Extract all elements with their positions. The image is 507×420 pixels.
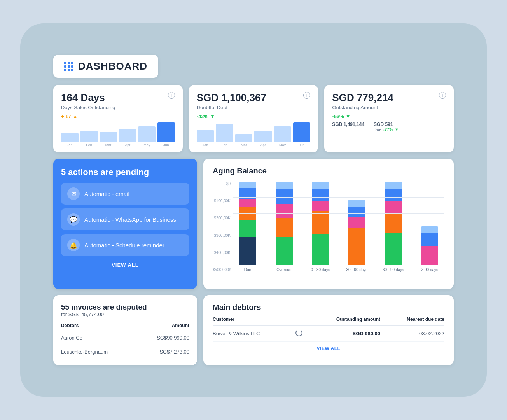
actions-view-all-button[interactable]: VIEW ALL [61,260,189,270]
y-label: $300,00K [213,233,233,238]
bar-segment-5 [421,226,438,233]
bar-segment-3 [421,246,438,265]
mini-label-Apr: Apr [119,143,136,147]
doubtful-debt-card: SGD 1,100,367 Doubtful Debt i -42% ▼ Jan… [189,85,318,152]
bar-segment-4 [421,233,438,246]
top-metrics-row: 164 Days Days Sales Outstanding i + 17 ▲… [53,85,454,152]
bottom-row: 55 invoices are disputed for SG$145,774.… [53,295,454,365]
disputed-table: Debtors Amount Aaron CoSG$90,999.00Leusc… [61,323,189,359]
debtors-col-due: Nearest due date [380,317,444,326]
aging-bar-group-0: Due [233,182,262,272]
actions-card: 5 actions are pending ✉ Automatic - emai… [53,159,197,289]
bar-x-label-0: Due [244,268,251,272]
bar-segment-3 [385,201,402,213]
bar-segment-1 [312,234,329,265]
bar-segment-4 [276,189,293,204]
mini-bar-May [138,126,156,142]
bar-segment-2 [385,213,402,233]
doubtful-debt-x-labels: JanFebMarAprMayJun [197,143,311,147]
aging-balance-card: Aging Balance $500,000K$400,00K$300,00K$… [203,159,454,289]
action-whatsapp-label: Automatic - WhatsApp for Business [84,216,176,223]
stacked-bar-4 [385,182,402,265]
main-debtors-card: Main debtors Customer Oustanding amount … [203,295,454,365]
bar-x-label-5: > 90 days [421,268,438,272]
bar-segment-3 [276,204,293,217]
bar-x-label-3: 30 - 60 days [346,268,367,272]
days-sales-label: Days Sales Outstanding [61,105,115,110]
outstanding-badge: -77% [383,127,393,132]
mini-bar-Jan [61,133,79,142]
bar-segment-4 [385,189,402,201]
days-sales-trend: + 17 ▲ [61,114,175,119]
mini-label-Mar: Mar [100,143,117,147]
disputed-col-amount: Amount [136,323,189,331]
mini-label-Jan: Jan [197,143,214,147]
days-sales-metric: 164 Days [61,92,115,104]
bar-segment-5 [312,182,329,189]
disputed-subtitle: for SG$145,774.00 [61,312,189,317]
disputed-title: 55 invoices are disputed [61,303,189,312]
aging-title: Aging Balance [213,166,444,175]
y-label: $500,000K [213,268,233,272]
action-reminder-label: Automatic - Schedule reminder [84,242,164,248]
mini-label-May: May [138,143,156,147]
bar-segment-4 [348,206,365,217]
bar-segment-0 [239,237,256,265]
debtors-col-customer: Customer [213,317,293,326]
outstanding-info-icon[interactable]: i [439,92,446,99]
bar-segment-3 [239,199,256,207]
mini-bar-Feb [216,124,233,142]
stacked-bar-0 [239,182,256,265]
email-action-icon: ✉ [67,187,80,200]
action-reminder-item[interactable]: 🔔 Automatic - Schedule reminder [61,234,189,256]
doubtful-debt-label: Doubtful Debt [197,105,266,110]
aging-bars-container: DueOverdue0 - 30 days30 - 60 days60 - 90… [233,182,444,272]
mini-label-Jun: Jun [293,143,311,147]
bar-segment-5 [385,182,402,189]
days-sales-info-icon[interactable]: i [168,92,175,99]
aging-bar-group-2: 0 - 30 days [306,182,335,272]
action-email-item[interactable]: ✉ Automatic - email [61,183,189,205]
bar-segment-2 [276,218,293,237]
aging-bar-group-1: Overdue [269,182,299,272]
bar-segment-5 [348,200,365,206]
middle-row: 5 actions are pending ✉ Automatic - emai… [53,159,454,289]
action-whatsapp-item[interactable]: 💬 Automatic - WhatsApp for Business [61,208,189,230]
disputed-debtor: Aaron Co [61,331,136,345]
dashboard-container: DASHBOARD 164 Days Days Sales Outstandin… [49,51,458,369]
whatsapp-action-icon: 💬 [67,213,80,226]
aging-y-axis: $500,000K$400,00K$300,00K$200,00K$100,00… [213,182,233,272]
bar-segment-1 [276,237,293,265]
bar-segment-5 [239,182,256,188]
header: DASHBOARD [53,55,454,78]
outstanding-badge-arrow: ▼ [395,127,399,132]
table-row: Aaron CoSG$90,999.00 [61,331,189,345]
bar-segment-3 [348,217,365,228]
mini-label-Feb: Feb [216,143,233,147]
doubtful-debt-info-icon[interactable]: i [303,92,310,99]
mini-label-May: May [274,143,291,147]
mini-label-Feb: Feb [80,143,98,147]
stacked-bar-2 [312,182,329,265]
debtors-table: Customer Oustanding amount Nearest due d… [213,317,444,342]
debtor-due-date: 03.02.2022 [380,326,444,342]
debtors-col-amount: Oustanding amount [305,317,380,326]
y-label: $200,00K [213,216,233,220]
debtor-amount: SGD 980.00 [305,326,380,342]
mini-label-Jun: Jun [157,143,175,147]
reminder-action-icon: 🔔 [67,239,80,251]
outstanding-card: SGD 779,214 Outstanding Amount i -53% ▼ … [324,85,454,152]
debtors-title: Main debtors [213,303,444,312]
mini-bar-May [274,126,291,142]
debtors-view-all-link[interactable]: VIEW ALL [213,346,444,351]
y-label: $100,00K [213,199,233,203]
page-title: DASHBOARD [78,60,147,72]
header-box: DASHBOARD [53,55,158,78]
mini-bar-Apr [119,129,136,142]
debtor-sync-icon[interactable] [293,326,305,342]
outstanding-sub: SGD 1,491,144 SGD 591 Due -77% ▼ [332,122,446,132]
bar-segment-2 [348,228,365,265]
action-email-label: Automatic - email [84,191,129,197]
outstanding-label: Outstanding Amount [332,105,393,110]
bar-segment-2 [239,207,256,220]
